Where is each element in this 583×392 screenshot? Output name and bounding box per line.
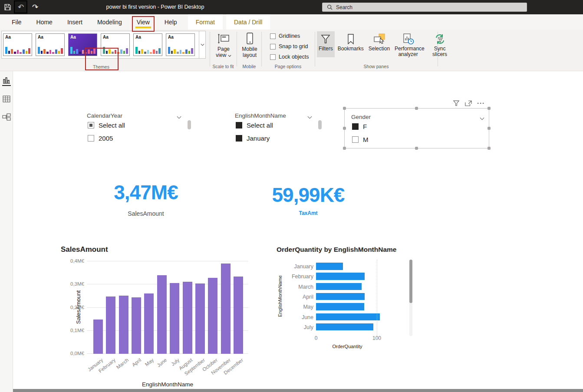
bar-january[interactable]	[316, 263, 343, 270]
menu-tab-home[interactable]: Home	[29, 14, 60, 30]
column-bar-december[interactable]	[234, 277, 243, 354]
selection-handle[interactable]	[343, 147, 346, 150]
undo-button[interactable]: ↶	[15, 2, 26, 13]
checkbox-unchecked[interactable]	[352, 136, 359, 143]
redo-button[interactable]: ↷	[30, 2, 41, 13]
checkbox-box[interactable]	[270, 54, 276, 60]
column-chart-salesamount[interactable]: SalesAmount SalesAmount 0,0M€0,1M€0,2M€0…	[56, 243, 269, 389]
menu-tab-file[interactable]: File	[4, 14, 29, 30]
checkbox-checked[interactable]	[352, 123, 359, 130]
bar-july[interactable]	[316, 323, 373, 331]
slicer-item-label: M	[363, 136, 369, 143]
slicer-dropdown-chevron[interactable]	[307, 113, 312, 121]
theme-thumbnail-5[interactable]: Aa	[133, 33, 162, 56]
theme-thumbnail-1[interactable]: Aa	[3, 33, 32, 56]
bar-april[interactable]	[316, 293, 365, 300]
chart-scrollbar[interactable]	[409, 260, 412, 336]
column-bar-september[interactable]	[195, 283, 205, 354]
selection-handle[interactable]	[487, 147, 491, 150]
theme-bar	[120, 49, 122, 54]
checkbox-partial[interactable]	[88, 122, 94, 128]
report-view-button[interactable]	[2, 76, 11, 86]
chart-scrollbar-thumb[interactable]	[409, 260, 412, 303]
theme-bar	[177, 52, 179, 54]
column-bar-january[interactable]	[93, 320, 103, 354]
bar-may[interactable]	[316, 303, 364, 310]
slicer-item-january[interactable]: January	[236, 135, 270, 142]
column-bar-november[interactable]	[221, 264, 231, 354]
selection-handle[interactable]	[343, 107, 346, 110]
bookmarks-button[interactable]: Bookmarks	[336, 31, 366, 57]
checkbox-snap-to-grid[interactable]: Snap to grid	[270, 43, 308, 49]
performance-analyzer-button[interactable]: Performance analyzer	[393, 31, 423, 57]
theme-thumbnail-6[interactable]: Aa	[166, 33, 195, 56]
y-tick-label: 0,4M€	[58, 258, 84, 264]
filters-icon	[320, 32, 331, 46]
bar-february[interactable]	[316, 273, 365, 280]
search-input[interactable]: Search	[322, 3, 527, 12]
theme-bar	[115, 50, 117, 54]
model-view-button[interactable]	[2, 113, 11, 122]
page-view-icon	[217, 31, 230, 46]
slicer-dropdown-chevron[interactable]	[480, 114, 484, 122]
selection-handle[interactable]	[415, 147, 418, 150]
slicer-dropdown-chevron[interactable]	[177, 113, 181, 121]
checkbox-checked[interactable]	[236, 135, 242, 142]
theme-thumbnail-3[interactable]: Aa	[68, 33, 97, 56]
slicer-item-select-all[interactable]: Select all	[88, 122, 125, 129]
theme-thumbnail-4[interactable]: Aa	[101, 33, 130, 56]
menu-tab-data-drill[interactable]: Data / Drill	[226, 14, 270, 30]
column-bar-april[interactable]	[132, 297, 141, 354]
menu-tab-modeling[interactable]: Modeling	[90, 14, 129, 30]
menu-tab-label: Format	[196, 19, 215, 26]
filters-button[interactable]: Filters	[317, 31, 335, 57]
selection-handle[interactable]	[343, 127, 346, 130]
more-options-icon[interactable]: ···	[477, 101, 485, 105]
column-bar-october[interactable]	[208, 278, 217, 354]
bar-march[interactable]	[316, 283, 362, 290]
theme-thumbnail-2[interactable]: Aa	[36, 33, 65, 56]
checkbox-box[interactable]	[270, 33, 276, 39]
menu-tab-format[interactable]: Format	[188, 14, 223, 30]
column-bar-august[interactable]	[183, 282, 192, 354]
performance-analyzer-icon	[402, 32, 414, 46]
slicer-header: EnglishMonthName	[235, 112, 322, 121]
slicer-item-2005[interactable]: 2005	[88, 135, 113, 142]
menu-tab-insert[interactable]: Insert	[60, 14, 90, 30]
slicer-item-m[interactable]: M	[352, 136, 369, 143]
sync-slicers-button[interactable]: Sync slicers	[425, 31, 455, 57]
mobile-layout-button[interactable]: Mobilelayout	[238, 31, 261, 58]
column-bar-march[interactable]	[119, 296, 128, 354]
themes-gallery-expand-button[interactable]	[199, 31, 206, 59]
checkbox-checked[interactable]	[236, 122, 242, 128]
checkbox-unchecked[interactable]	[88, 135, 94, 142]
menu-tab-view[interactable]: View	[129, 14, 157, 30]
column-bar-june[interactable]	[157, 275, 167, 354]
slicer-scrollbar[interactable]	[318, 120, 322, 129]
data-view-icon	[3, 96, 10, 102]
selection-handle[interactable]	[415, 107, 418, 110]
selection-button[interactable]: Selection	[367, 31, 392, 57]
selection-handle[interactable]	[487, 127, 491, 130]
page-view-button[interactable]: Page view	[212, 31, 235, 58]
column-bar-february[interactable]	[106, 296, 115, 354]
column-bar-july[interactable]	[170, 283, 179, 354]
menu-tab-help[interactable]: Help	[157, 14, 184, 30]
slicer-scrollbar[interactable]	[188, 120, 191, 129]
canvas-horizontal-scrollbar[interactable]	[13, 389, 583, 392]
slicer-item-f[interactable]: F	[352, 123, 367, 130]
bar-june[interactable]	[316, 313, 380, 321]
gender-visual-selection-frame[interactable]: GenderFM	[344, 108, 489, 148]
checkbox-lock-objects[interactable]: Lock objects	[270, 54, 309, 60]
menu-tab-label: File	[12, 19, 22, 26]
data-view-button[interactable]	[2, 95, 11, 104]
save-button[interactable]	[2, 2, 13, 13]
checkbox-gridlines[interactable]: Gridlines	[270, 33, 300, 39]
slicer-item-select-all[interactable]: Select all	[236, 122, 273, 129]
visual-filter-icon[interactable]	[453, 100, 460, 106]
focus-mode-icon[interactable]	[465, 100, 472, 106]
checkbox-box[interactable]	[270, 44, 276, 49]
selection-handle[interactable]	[487, 107, 491, 110]
bar-chart-orderquantity[interactable]: OrderQuantity by EnglishMonthName Englis…	[273, 243, 421, 352]
column-bar-may[interactable]	[144, 293, 154, 354]
